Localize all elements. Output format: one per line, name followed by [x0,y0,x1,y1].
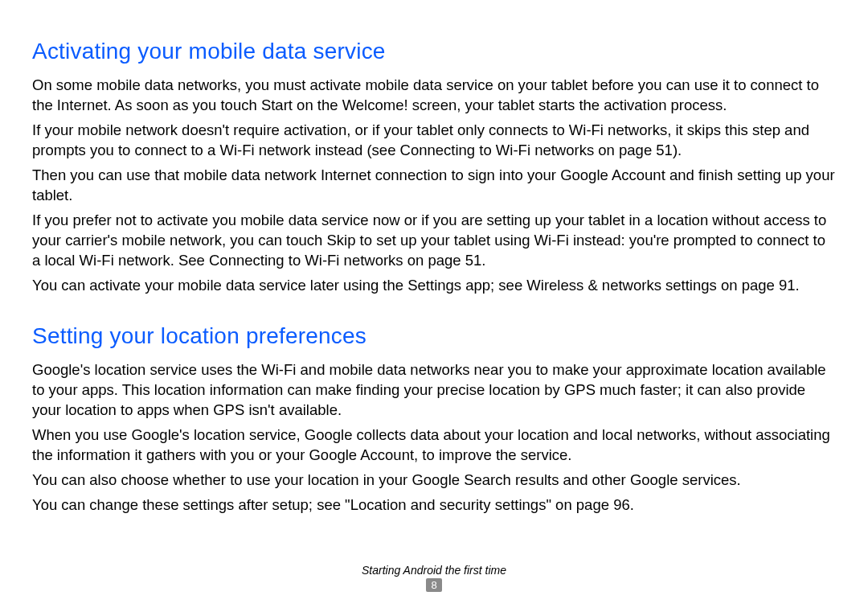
body-paragraph: When you use Google's location service, … [32,425,836,466]
footer-breadcrumb: Starting Android the first time [0,564,868,577]
body-paragraph: Google's location service uses the Wi-Fi… [32,360,836,421]
body-paragraph: On some mobile data networks, you must a… [32,76,836,116]
body-paragraph: You can change these settings after setu… [32,495,836,516]
body-paragraph: Then you can use that mobile data networ… [32,166,836,206]
heading-location-preferences: Setting your location preferences [32,323,836,349]
page-footer: Starting Android the first time 8 [0,564,868,592]
heading-activating-mobile-data: Activating your mobile data service [32,39,836,64]
body-paragraph: You can also choose whether to use your … [32,470,836,491]
body-paragraph: If you prefer not to activate you mobile… [32,211,836,271]
body-paragraph: You can activate your mobile data servic… [32,276,836,296]
page-number-badge: 8 [426,578,441,592]
body-paragraph: If your mobile network doesn't require a… [32,121,836,161]
